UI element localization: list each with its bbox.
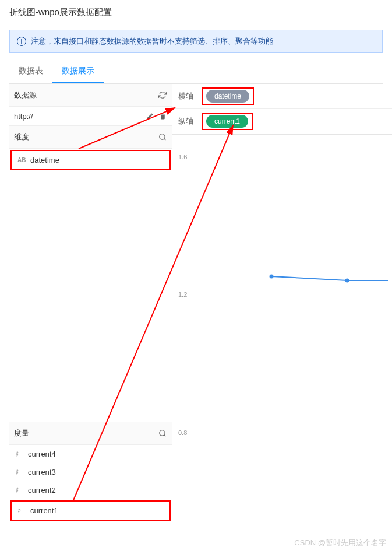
horizontal-axis-label: 横轴 bbox=[178, 91, 196, 101]
y-tick: 0.8 bbox=[178, 429, 187, 436]
field-name: current3 bbox=[28, 468, 56, 476]
tab-datatable[interactable]: 数据表 bbox=[9, 60, 52, 83]
source-url: http:// bbox=[14, 112, 33, 121]
type-label-icon: AB bbox=[17, 157, 27, 163]
chart-area: 1.6 1.2 0.8 bbox=[172, 135, 392, 549]
dimension-field-datetime[interactable]: AB datetime bbox=[10, 150, 171, 170]
horizontal-axis-pill[interactable]: datetime bbox=[206, 90, 249, 103]
hash-icon: ♯ bbox=[15, 468, 24, 476]
dimension-title: 维度 bbox=[14, 132, 29, 142]
delete-icon[interactable] bbox=[158, 111, 167, 121]
y-tick: 1.2 bbox=[178, 291, 187, 298]
page-title: 折线图-wnpo展示数据配置 bbox=[0, 0, 392, 25]
watermark: CSDN @暂时先用这个名字 bbox=[294, 538, 386, 548]
metric-field[interactable]: ♯ current3 bbox=[9, 463, 172, 481]
search-icon[interactable] bbox=[158, 429, 167, 438]
dimension-header: 维度 bbox=[9, 126, 172, 149]
datasource-header: 数据源 bbox=[9, 84, 172, 107]
tabs: 数据表 数据展示 bbox=[9, 60, 383, 84]
hash-icon: ♯ bbox=[15, 450, 24, 458]
svg-point-2 bbox=[160, 430, 165, 436]
datasource-title: 数据源 bbox=[14, 90, 37, 100]
field-name: current1 bbox=[30, 506, 58, 515]
metric-field[interactable]: ♯ current4 bbox=[9, 445, 172, 463]
info-text: 注意，来自接口和静态数据源的数据暂时不支持筛选、排序、聚合等功能 bbox=[31, 36, 273, 47]
field-name: current4 bbox=[28, 450, 56, 458]
vertical-axis-label: 纵轴 bbox=[178, 116, 196, 127]
svg-line-1 bbox=[164, 139, 166, 141]
horizontal-axis-row: 横轴 datetime bbox=[172, 84, 392, 109]
search-icon[interactable] bbox=[158, 132, 167, 142]
hash-icon: ♯ bbox=[17, 506, 27, 515]
svg-point-4 bbox=[270, 275, 274, 279]
info-icon: i bbox=[17, 37, 26, 46]
metric-title: 度量 bbox=[14, 428, 29, 439]
svg-point-5 bbox=[345, 279, 349, 283]
svg-line-3 bbox=[164, 435, 166, 437]
svg-point-0 bbox=[160, 134, 165, 139]
vertical-axis-pill[interactable]: current1 bbox=[206, 115, 248, 128]
info-banner: i 注意，来自接口和静态数据源的数据暂时不支持筛选、排序、聚合等功能 bbox=[9, 30, 383, 53]
tab-datadisplay[interactable]: 数据展示 bbox=[52, 60, 104, 83]
field-name: current2 bbox=[28, 486, 56, 495]
y-tick: 1.6 bbox=[178, 153, 187, 160]
edit-icon[interactable] bbox=[145, 111, 154, 121]
hash-icon: ♯ bbox=[15, 486, 24, 495]
line-chart bbox=[196, 135, 388, 543]
left-panel: 数据源 http:// 维度 AB bbox=[9, 84, 172, 549]
vertical-axis-row: 纵轴 current1 bbox=[172, 109, 392, 134]
refresh-icon[interactable] bbox=[158, 90, 167, 100]
metric-field-current1[interactable]: ♯ current1 bbox=[10, 500, 171, 521]
source-row: http:// bbox=[9, 107, 172, 126]
metric-field[interactable]: ♯ current2 bbox=[9, 481, 172, 499]
metric-header: 度量 bbox=[9, 422, 172, 445]
right-panel: 横轴 datetime 纵轴 current1 1.6 1.2 0.8 bbox=[172, 84, 392, 549]
field-name: datetime bbox=[30, 156, 59, 164]
